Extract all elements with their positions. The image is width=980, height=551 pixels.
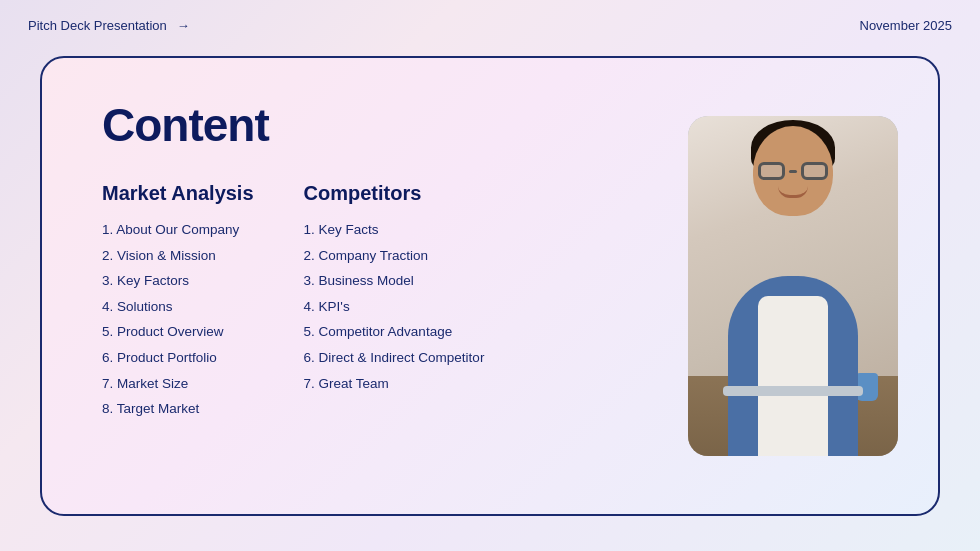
columns-row: Market Analysis 1. About Our Company 2. … [102, 182, 668, 474]
brand-label: Pitch Deck Presentation [28, 18, 167, 33]
market-analysis-column: Market Analysis 1. About Our Company 2. … [102, 182, 254, 474]
list-item: 1. About Our Company [102, 219, 254, 241]
card-left: Content Market Analysis 1. About Our Com… [102, 98, 668, 474]
market-analysis-list: 1. About Our Company 2. Vision & Mission… [102, 219, 254, 420]
list-item: 6. Product Portfolio [102, 347, 254, 369]
list-item: 7. Great Team [304, 373, 485, 395]
page-title: Content [102, 98, 668, 152]
date-label: November 2025 [860, 18, 953, 33]
glasses-bridge [789, 170, 797, 173]
laptop [723, 386, 863, 396]
glasses-right [801, 162, 828, 180]
photo-container [688, 116, 898, 456]
list-item: 8. Target Market [102, 398, 254, 420]
main-content: Content Market Analysis 1. About Our Com… [0, 41, 980, 551]
card-right [668, 98, 898, 474]
list-item: 1. Key Facts [304, 219, 485, 241]
glasses [758, 164, 828, 178]
photo [688, 116, 898, 456]
list-item: 4. KPI's [304, 296, 485, 318]
person-head [753, 126, 833, 216]
list-item: 3. Business Model [304, 270, 485, 292]
list-item: 6. Direct & Indirect Competitor [304, 347, 485, 369]
content-card: Content Market Analysis 1. About Our Com… [40, 56, 940, 516]
list-item: 5. Product Overview [102, 321, 254, 343]
person-shirt [758, 296, 828, 456]
top-bar: Pitch Deck Presentation → November 2025 [0, 0, 980, 41]
list-item: 2. Company Traction [304, 245, 485, 267]
competitors-list: 1. Key Facts 2. Company Traction 3. Busi… [304, 219, 485, 394]
list-item: 3. Key Factors [102, 270, 254, 292]
glasses-left [758, 162, 785, 180]
competitors-heading: Competitors [304, 182, 485, 205]
competitors-column: Competitors 1. Key Facts 2. Company Trac… [304, 182, 485, 474]
list-item: 4. Solutions [102, 296, 254, 318]
list-item: 2. Vision & Mission [102, 245, 254, 267]
arrow-icon: → [177, 18, 190, 33]
list-item: 5. Competitor Advantage [304, 321, 485, 343]
breadcrumb: Pitch Deck Presentation → [28, 18, 190, 33]
list-item: 7. Market Size [102, 373, 254, 395]
market-analysis-heading: Market Analysis [102, 182, 254, 205]
person-smile [778, 186, 808, 198]
